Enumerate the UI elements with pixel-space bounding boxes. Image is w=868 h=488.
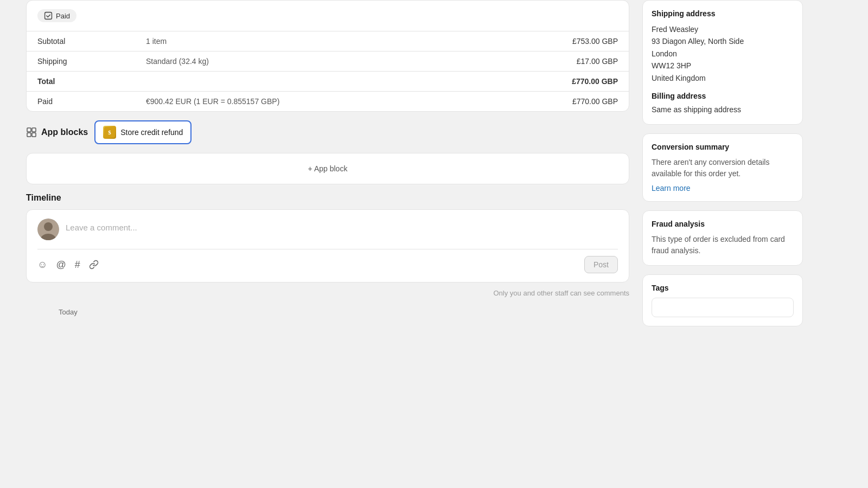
store-credit-icon: $ <box>103 126 116 139</box>
app-blocks-header: App blocks <box>26 127 88 138</box>
svg-text:$: $ <box>108 129 112 136</box>
billing-same-as-shipping: Same as shipping address <box>652 104 794 115</box>
tags-input[interactable] <box>652 298 794 317</box>
avatar-svg <box>37 219 59 240</box>
app-blocks-section: App blocks $ Store credit refund + App b… <box>26 120 629 184</box>
paid-amount: £770.00 GBP <box>572 97 618 106</box>
today-label: Today <box>26 308 629 316</box>
paid-badge-label: Paid <box>56 12 70 20</box>
paid-label: Paid <box>37 97 146 106</box>
grid-icon <box>26 127 37 138</box>
shipping-row: Shipping Standard (32.4 kg) £17.00 GBP <box>27 51 629 71</box>
total-amount: £770.00 GBP <box>572 77 618 86</box>
shipping-amount: £17.00 GBP <box>577 57 618 66</box>
shipping-address-title: Shipping address <box>652 9 794 18</box>
timeline-section: Timeline Leave a comment... <box>26 193 629 316</box>
paid-badge: Paid <box>37 9 76 22</box>
shipping-address-card: Shipping address Fred Weasley 93 Diagon … <box>642 0 803 125</box>
emoji-icon[interactable]: ☺ <box>37 259 47 271</box>
total-label: Total <box>37 77 146 86</box>
staff-notice: Only you and other staff can see comment… <box>26 289 629 297</box>
link-svg <box>89 260 99 269</box>
shipping-street: 93 Diagon Alley, North Side <box>652 35 794 47</box>
store-credit-svg: $ <box>104 127 115 138</box>
conversion-summary-card: Conversion summary There aren't any conv… <box>642 133 803 202</box>
conversion-summary-title: Conversion summary <box>652 143 794 151</box>
store-credit-refund-button[interactable]: $ Store credit refund <box>94 120 192 144</box>
subtotal-row: Subtotal 1 item £753.00 GBP <box>27 31 629 51</box>
post-button[interactable]: Post <box>584 256 618 273</box>
subtotal-label: Subtotal <box>37 37 146 46</box>
comment-input[interactable]: Leave a comment... <box>66 219 618 236</box>
paid-middle: €900.42 EUR (1 EUR = 0.855157 GBP) <box>146 97 572 106</box>
conversion-summary-text: There aren't any conversion details avai… <box>652 157 794 179</box>
paid-check-icon <box>44 11 53 20</box>
fraud-analysis-text: This type of order is excluded from card… <box>652 234 794 256</box>
add-app-block-label: + App block <box>308 164 348 173</box>
shipping-city: London <box>652 48 794 60</box>
mention-icon[interactable]: @ <box>56 259 66 271</box>
svg-rect-1 <box>27 128 31 132</box>
svg-point-8 <box>44 222 53 231</box>
store-credit-btn-label: Store credit refund <box>120 128 183 137</box>
shipping-method: Standard (32.4 kg) <box>146 57 577 66</box>
add-app-block-button[interactable]: + App block <box>26 153 629 184</box>
comment-card: Leave a comment... ☺ @ # Post <box>26 209 629 282</box>
svg-rect-3 <box>27 133 31 137</box>
fraud-analysis-card: Fraud analysis This type of order is exc… <box>642 210 803 266</box>
shipping-label: Shipping <box>37 57 146 66</box>
shipping-postcode: WW12 3HP <box>652 60 794 72</box>
hashtag-icon[interactable]: # <box>75 259 80 271</box>
billing-address-title: Billing address <box>652 92 794 100</box>
app-blocks-title: App blocks <box>41 127 88 137</box>
total-row: Total £770.00 GBP <box>27 71 629 91</box>
billing-address-section: Billing address Same as shipping address <box>652 92 794 115</box>
svg-rect-0 <box>45 12 52 20</box>
comment-placeholder-text: Leave a comment... <box>66 223 137 232</box>
fraud-analysis-title: Fraud analysis <box>652 220 794 228</box>
tags-title: Tags <box>652 284 794 292</box>
shipping-country: United Kingdom <box>652 72 794 84</box>
tags-card: Tags <box>642 274 803 326</box>
link-icon[interactable] <box>89 260 99 269</box>
subtotal-items: 1 item <box>146 37 572 46</box>
timeline-title: Timeline <box>26 193 629 203</box>
svg-rect-2 <box>32 128 36 132</box>
payment-summary-card: Paid Subtotal 1 item £753.00 GBP Shippin… <box>26 0 629 112</box>
sidebar: Shipping address Fred Weasley 93 Diagon … <box>642 0 816 488</box>
avatar <box>37 219 59 240</box>
svg-rect-4 <box>32 133 36 137</box>
shipping-name: Fred Weasley <box>652 23 794 35</box>
learn-more-link[interactable]: Learn more <box>652 184 691 192</box>
comment-toolbar: ☺ @ # Post <box>37 249 618 273</box>
shipping-address-lines: Fred Weasley 93 Diagon Alley, North Side… <box>652 23 794 84</box>
paid-row: Paid €900.42 EUR (1 EUR = 0.855157 GBP) … <box>27 91 629 111</box>
subtotal-amount: £753.00 GBP <box>572 37 618 46</box>
